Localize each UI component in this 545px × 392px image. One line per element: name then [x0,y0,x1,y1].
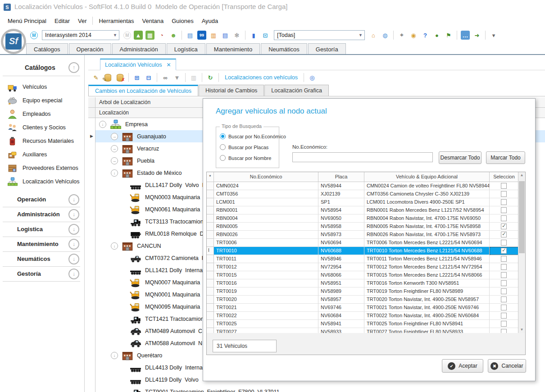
database-icon[interactable]: ✎ [104,74,111,82]
vehicle-row-CMT0356[interactable]: CMT0356XJ02139CMT0356 Camioneta Chrysler… [207,190,518,198]
selection-checkbox[interactable] [501,280,507,286]
tree-node-tct9001[interactable]: TCT9001 Tractocamion Freightliner F7800 … [95,386,545,392]
menu-ayuda[interactable]: Ayuda [198,16,223,26]
expand-down-icon[interactable]: ↓ [68,194,79,205]
deselect-all-button[interactable]: Desmarcar Todo [439,151,481,164]
bug-icon[interactable]: ● [432,31,441,40]
menu-herramientas[interactable]: Herramientas [95,16,138,26]
binoculars-icon[interactable]: ∞ [161,73,170,82]
m-badge-disabled-icon[interactable]: M [123,32,131,39]
vehicle-row-TRT0015[interactable]: TRT0015NV68066TRT0015 Torton Mercedes Be… [207,271,518,279]
overflow-chevron-icon[interactable]: ▾ [489,31,498,40]
sidebar-item-empleados[interactable]: Empleados [0,107,85,121]
selection-checkbox[interactable] [501,191,507,197]
column-header-4[interactable]: Seleccion [490,172,519,182]
column-header-0[interactable]: * [207,172,214,182]
vehicle-row-LCM001[interactable]: LCM001SP1LCM001 Locomotora Divers 4900-2… [207,198,518,206]
users-icon[interactable]: ☻ [169,31,178,40]
sidebar-section-gestor-a[interactable]: Gestoría↓ [0,267,85,282]
chevron-down-icon[interactable]: ▼ [113,33,117,37]
new-document-icon[interactable]: ▤ [186,31,195,40]
vehicle-row-RBN0004[interactable]: RBN0004NV69050RBN0004 Rabon Navistar, In… [207,214,518,223]
subtab-localizaci-n-grafica[interactable]: Localización Grafica [264,85,329,96]
filter-select[interactable]: [Todas]▼ [274,30,365,40]
vehicle-row-TRT0012[interactable]: TRT0012NV72954TRT0012 Torton Mercedes Be… [207,263,518,271]
image-icon[interactable]: ▦ [145,31,154,40]
vehicle-row-TRT0006[interactable]: TRT0006NV60694TRT0006 Torton Mercedes Be… [207,239,518,247]
vehicle-row-TRT0027[interactable]: TRT0027NV58933TRT0027 Torton Freightline… [207,328,518,333]
gear-icon[interactable]: ✻ [232,31,241,40]
notebook-icon[interactable]: ▮ [249,31,258,40]
selection-checkbox[interactable] [501,248,507,254]
vehicle-row-CMN0024[interactable]: CMN0024NV58944CMN0024 Camion de volteo F… [207,182,518,190]
m-badge-icon[interactable]: M [30,32,38,39]
document-tab-localizacion-vehiculos[interactable]: Localización Vehículos ✕ [100,59,176,70]
vehicle-row-TRT0021[interactable]: TRT0021NV69746TRT0021 Torton Navistar, I… [207,304,518,312]
menu-editar[interactable]: Editar [50,16,74,26]
refresh-icon[interactable]: ↻ [206,73,215,82]
selection-checkbox[interactable] [501,223,507,229]
selection-checkbox[interactable] [501,256,507,262]
selection-checkbox[interactable] [501,264,507,270]
delete-record-icon[interactable]: ✗ [117,74,123,82]
expand-down-icon[interactable]: ↓ [68,269,79,279]
column-header-1[interactable]: No.Económico [214,172,318,182]
selection-checkbox[interactable] [501,183,507,189]
collapse-node-icon[interactable]: ↓ [111,169,118,177]
vehicle-row-TRT0020[interactable]: TRT0020NV58957TRT0020 Torton Navistar, I… [207,296,518,304]
collapse-node-icon[interactable]: ↓ [99,121,106,128]
vehicle-row-RBN0005[interactable]: RBN0005NV58958RBN0005 Rabon Navistar, In… [207,223,518,231]
selection-checkbox[interactable] [501,296,507,302]
vehicle-row-TRT0010[interactable]: ITRT0010NV60688TRT0010 Torton Mercedes B… [207,247,518,255]
counter-99-icon[interactable]: 99 [197,31,206,40]
sidebar-item-localizaci-n-veh-culos[interactable]: Localización Vehículos [0,175,85,188]
wrench-search-icon[interactable]: ⌖ [397,31,406,40]
sidebar-section-neum-ticos[interactable]: Neumáticos↓ [0,252,85,267]
selection-checkbox[interactable] [501,329,507,333]
scrollbar-thumb[interactable] [519,181,525,253]
expand-down-icon[interactable]: ↓ [68,239,79,250]
module-tab-neum-ticos[interactable]: Neumáticos [261,43,307,55]
selection-checkbox[interactable] [501,321,507,327]
module-tab-gestor-a[interactable]: Gestoría [308,43,346,55]
sidebar-item-proveedores-externos[interactable]: Proveedores Externos [0,161,85,175]
radio-buscar-por-nombre[interactable]: Buscar por Nombre [220,155,271,161]
module-tab-log-stica[interactable]: Logística [167,43,205,55]
preview-icon[interactable]: ◎ [308,73,317,82]
menu-guiones[interactable]: Guiones [168,16,197,26]
cancel-button[interactable]: ✖ Cancelar [488,359,526,373]
menu-ver[interactable]: Ver [74,16,91,26]
select-all-button[interactable]: Marcar Todo [486,151,525,164]
close-tab-icon[interactable]: ✕ [166,62,171,68]
scroll-up-icon[interactable]: ▲ [518,172,525,178]
chevron-down-icon[interactable]: ▼ [359,33,363,37]
selection-checkbox[interactable] [501,207,507,213]
selection-checkbox[interactable] [501,288,507,294]
vehicle-row-TRT0022[interactable]: TRT0022NV60684TRT0022 Torton Navistar, I… [207,312,518,320]
chat-icon[interactable]: … [461,31,470,40]
radio-buscar-por-no-econ-mico[interactable]: Buscar por No.Económico [220,133,286,139]
selection-checkbox[interactable] [501,313,507,319]
globe-icon[interactable]: ◍ [381,31,390,40]
sidebar-section-logistica[interactable]: Logistica↓ [0,222,85,237]
collapse-up-icon[interactable]: ↑ [68,62,79,73]
menu-men-principal[interactable]: Menú Principal [4,16,50,26]
home-icon[interactable]: ⌂ [369,31,378,40]
menu-ventana[interactable]: Ventana [138,16,168,26]
radio-button-icon[interactable] [220,155,226,161]
scroll-down-icon[interactable]: ▼ [518,327,525,333]
edit-record-icon[interactable]: ✎ [91,73,100,82]
filter-icon[interactable]: ▼ [173,73,182,82]
gauge-icon[interactable]: ◔ [157,31,166,40]
vehicle-row-RBN0026[interactable]: RBN0026NV58973RBN0026 Rabon Navistar, In… [207,231,518,239]
sidebar-item-equipo-especial[interactable]: Equipo especial [0,94,85,107]
help-icon[interactable]: ? [421,31,430,40]
vehicle-row-RBN0001[interactable]: RBN0001NV58954RBN0001 Rabon Mercedes Ben… [207,206,518,214]
expand-down-icon[interactable]: ↓ [68,209,79,220]
flag-icon[interactable]: ⚑ [444,31,453,40]
radio-button-icon[interactable] [220,133,226,139]
selection-checkbox[interactable] [501,199,507,205]
window-switch-icon[interactable]: ⊡ [261,31,270,40]
report-icon[interactable]: ▤ [221,31,230,40]
vehicle-row-TRT0019[interactable]: TRT0019NV58989TRT0019 Torton Freightline… [207,287,518,296]
